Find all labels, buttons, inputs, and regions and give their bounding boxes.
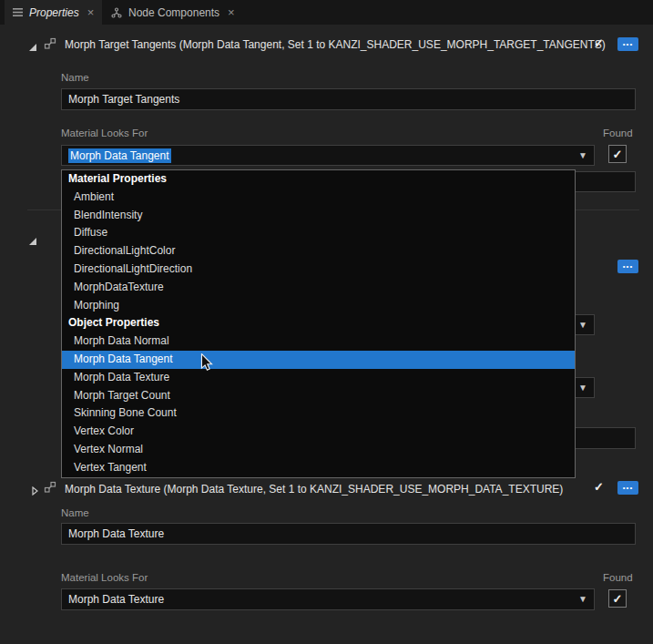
found-checkbox[interactable]: ✓ (608, 145, 627, 163)
name-input[interactable]: Morph Target Tangents (61, 88, 636, 110)
dropdown-item[interactable]: Morph Data Texture (62, 369, 575, 387)
dropdown-item[interactable]: BlendIntensity (62, 207, 575, 225)
section-menu-button[interactable]: ••• (617, 481, 638, 495)
dropdown-item[interactable]: Morphing (62, 297, 575, 315)
dropdown-item[interactable]: Skinning Bone Count (62, 404, 575, 423)
dropdown-item[interactable]: Ambient (62, 189, 575, 207)
section-title-morph-data-texture: Morph Data Texture (Morph Data Texture, … (65, 482, 563, 496)
dropdown-item[interactable]: Morph Target Count (62, 387, 575, 405)
dropdown-item[interactable]: DirectionalLightDirection (62, 261, 575, 279)
section-menu-button[interactable]: ••• (617, 37, 638, 51)
tab-node-components-close-icon[interactable]: × (228, 6, 235, 18)
dropdown-item[interactable]: Diffuse (62, 224, 575, 242)
tab-node-components[interactable]: Node Components × (103, 0, 243, 25)
section-title-morph-target-tangents: Morph Target Tangents (Morph Data Tangen… (65, 37, 606, 52)
chevron-down-icon: ▼ (578, 595, 587, 604)
material-looks-for-label: Material Looks For (61, 572, 148, 583)
name-input[interactable]: Morph Data Texture (61, 523, 636, 545)
material-looks-for-label: Material Looks For (61, 128, 148, 138)
chevron-down-icon: ▼ (578, 383, 587, 393)
tab-properties-close-icon[interactable]: × (87, 6, 95, 18)
chevron-down-icon: ▼ (578, 321, 587, 330)
combobox-value: Morph Data Texture (68, 593, 164, 606)
properties-list-icon (13, 7, 23, 17)
hidden-expander-icon[interactable] (28, 233, 37, 250)
dropdown-item: Object Properties (62, 314, 575, 332)
name-input-value: Morph Data Texture (68, 527, 164, 540)
material-looks-for-combobox[interactable]: Morph Data Texture ▼ (61, 588, 595, 610)
dropdown-item[interactable]: MorphDataTexture (62, 279, 575, 297)
dropdown-item[interactable]: Vertex Color (62, 423, 575, 441)
tab-bar: Properties × Node Components × (0, 0, 653, 25)
node-components-icon (111, 7, 122, 18)
dropdown-item[interactable]: Vertex Normal (62, 441, 575, 459)
dropdown-item[interactable]: Morph Data Tangent (62, 351, 575, 369)
node-component-icon (44, 481, 56, 497)
tab-node-components-label: Node Components (128, 6, 219, 19)
found-label: Found (603, 572, 633, 583)
name-label: Name (61, 507, 89, 518)
material-looks-for-combobox[interactable]: Morph Data Tangent ▼ (61, 145, 595, 166)
found-checkmark-icon: ✓ (613, 592, 623, 606)
name-label: Name (61, 72, 89, 83)
expander-collapsed-icon[interactable] (30, 483, 39, 499)
found-label: Found (603, 128, 633, 138)
dropdown-item: Material Properties (62, 170, 575, 189)
chevron-down-icon: ▼ (578, 151, 587, 160)
combobox-value: Morph Data Tangent (68, 148, 171, 163)
name-input-value: Morph Target Tangents (68, 93, 179, 106)
material-dropdown-list: Material Properties Ambient BlendIntensi… (61, 169, 576, 478)
node-component-icon (44, 37, 56, 54)
hidden-section-menu-button[interactable]: ••• (617, 260, 638, 273)
section-enabled-check-icon[interactable]: ✓ (594, 37, 604, 50)
section-enabled-check-icon[interactable]: ✓ (594, 481, 604, 494)
tab-properties-label: Properties (29, 6, 79, 19)
found-checkbox[interactable]: ✓ (608, 589, 627, 608)
dropdown-item[interactable]: Morph Data Normal (62, 332, 575, 351)
expander-expanded-icon[interactable] (28, 39, 37, 56)
dropdown-item[interactable]: DirectionalLightColor (62, 242, 575, 261)
dropdown-item[interactable]: Vertex Tangent (62, 459, 575, 477)
found-checkmark-icon: ✓ (613, 148, 623, 161)
tab-properties[interactable]: Properties × (5, 0, 102, 25)
